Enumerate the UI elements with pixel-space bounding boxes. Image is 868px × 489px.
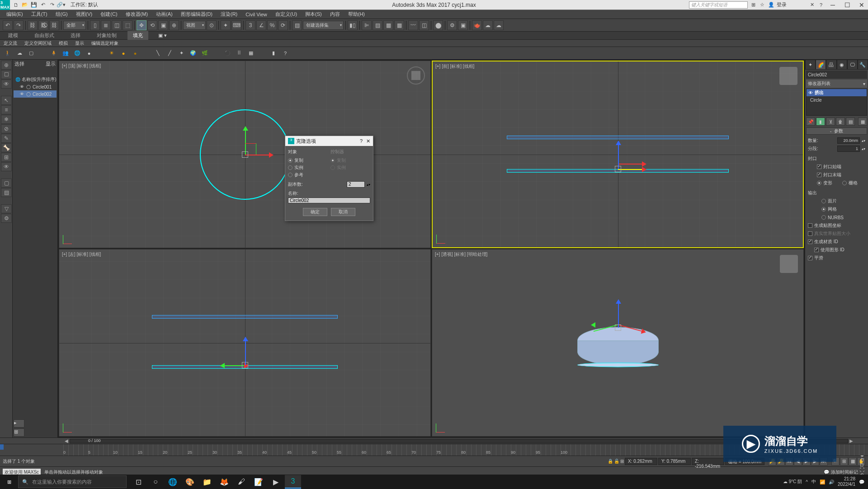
gen-mapping-checkbox[interactable] [808, 223, 812, 228]
material-editor-button[interactable]: ⬤ [433, 20, 443, 30]
menu-animation[interactable]: 动画(A) [152, 10, 176, 19]
tray-net-icon[interactable]: 📶 [820, 480, 825, 484]
mirror-button[interactable]: ▮▯ [348, 20, 358, 30]
curve-editor-button[interactable]: 〰 [408, 20, 418, 30]
subtab-edit[interactable]: 编辑选定对象 [91, 40, 118, 47]
lt-magnet-icon[interactable]: ⊕ [1, 61, 12, 70]
dialog-close-button[interactable]: ✕ [366, 138, 370, 144]
move-gizmo[interactable] [218, 127, 272, 182]
stack-extrude[interactable]: 👁挤出 [807, 89, 867, 96]
keyboard-button[interactable]: ⌨ [231, 20, 241, 30]
dialog-titlebar[interactable]: 3 克隆选项 ? ✕ [285, 136, 373, 146]
schematic-button[interactable]: ◫ [419, 20, 429, 30]
coord-x[interactable]: X: 0.262mm [625, 458, 657, 465]
comm-icon[interactable]: 💬 [824, 470, 829, 475]
placement-button[interactable]: ⊕ [169, 20, 179, 30]
coord-z[interactable]: Z: -216.543mm [692, 458, 724, 465]
patch-radio[interactable] [821, 199, 826, 203]
help-search[interactable]: 键入关键字或短语 [689, 1, 748, 9]
manipulate-button[interactable]: ✦ [221, 20, 231, 30]
paint-app[interactable]: 🎨 [182, 475, 198, 489]
nurbs-radio[interactable] [821, 215, 826, 220]
dialog-help-button[interactable]: ? [360, 138, 363, 144]
viewport-persp-label[interactable]: [+] [透视] [标准] [明暗处理] [435, 251, 487, 258]
show-result-button[interactable]: ▮ [816, 118, 825, 126]
orb1-icon[interactable]: ● [118, 48, 128, 58]
subtab-flow[interactable]: 定义流 [4, 40, 17, 47]
viewport-front[interactable]: [+] [前] [标准] [线框] [432, 61, 804, 248]
align-button[interactable]: ⊫ [362, 20, 372, 30]
ok-button[interactable]: 确定 [303, 208, 327, 216]
menu-help[interactable]: 帮助(H) [344, 10, 368, 19]
explorer-app[interactable]: 📁 [199, 475, 215, 489]
create-tab[interactable]: ✦ [805, 60, 816, 70]
taskbar-clock[interactable]: 21:28 2022/4/1 [838, 476, 855, 487]
pivot-button[interactable]: ⊙ [207, 20, 217, 30]
percent-snap-button[interactable]: % [267, 20, 277, 30]
app-logo[interactable]: 3MAX [0, 0, 10, 10]
timeline-head[interactable] [0, 444, 4, 450]
layout-icon[interactable]: ⊞ [14, 428, 24, 437]
frame-icon[interactable]: ▦ [246, 48, 256, 58]
open-icon[interactable]: 📂 [21, 1, 29, 9]
amount-spinner[interactable]: 20.0mm [837, 137, 860, 144]
smooth-checkbox[interactable] [808, 256, 812, 260]
modify-tab[interactable]: 🌈 [816, 60, 826, 70]
help2-icon[interactable]: ? [280, 48, 290, 58]
weather-widget[interactable]: ☁ 9°C 阴 [783, 479, 802, 485]
config-button[interactable]: ▤ [846, 118, 855, 126]
workspace-selector[interactable]: 工作区: 默认 [71, 1, 98, 8]
help-icon[interactable]: ? [817, 1, 825, 9]
star-icon[interactable]: ☆ [759, 1, 766, 9]
menu-content[interactable]: 内容 [326, 10, 344, 19]
remove-mod-button[interactable]: 🗑 [836, 118, 845, 126]
set-button[interactable]: ▦ [858, 118, 867, 126]
se-sort-header[interactable]: 🌐 名称(按升序排序) [14, 76, 57, 83]
nav-zoomext-button[interactable]: ⛶ [860, 467, 865, 472]
viewport-top[interactable]: [+] [顶] [标准] [线框] [59, 61, 431, 248]
ribbon-tab-objpaint[interactable]: 对象绘制 [91, 31, 122, 40]
tray-ime-icon[interactable]: 中 [811, 479, 816, 485]
hierarchy-tab[interactable]: 品 [826, 60, 836, 70]
user-icon[interactable]: 👤 [768, 1, 775, 9]
close-button[interactable]: ✕ [855, 0, 868, 9]
dots-icon[interactable]: ⠿ [234, 48, 244, 58]
lt-bone-icon[interactable]: 🦴 [1, 143, 12, 152]
couple-icon[interactable]: 👥 [61, 48, 71, 58]
motion-tab[interactable]: ◉ [837, 60, 847, 70]
select-window-button[interactable]: ⬚ [123, 20, 132, 30]
cortana-button[interactable]: ○ [147, 475, 164, 489]
redo-button[interactable]: ↷ [14, 20, 24, 30]
menu-edit[interactable]: 编辑(E) [3, 10, 27, 19]
viewcube[interactable] [780, 255, 798, 273]
ribbon-tab-populate[interactable]: 填充 [127, 31, 148, 40]
notifications-icon[interactable]: 💬 [859, 480, 864, 484]
object-name-field[interactable]: Circle002 [806, 71, 867, 79]
modifier-list[interactable]: 修改器列表 [806, 80, 867, 88]
app1[interactable]: ▶ [268, 475, 284, 489]
move-gizmo[interactable] [591, 142, 645, 196]
bind-button[interactable]: ⛓ [49, 20, 59, 30]
tray-chevron-icon[interactable]: ^ [806, 480, 808, 484]
login-link[interactable]: 登录 [777, 1, 787, 8]
square-icon[interactable]: ▢ [26, 48, 36, 58]
viewcube[interactable] [779, 67, 797, 85]
selection-filter[interactable]: 全部 [63, 21, 86, 30]
menu-civil-view[interactable]: Civil View [242, 11, 270, 18]
lt-freeze-icon[interactable]: ❄ [1, 115, 12, 124]
grid-radio[interactable] [842, 181, 847, 185]
ribbon-button[interactable]: ▦ [394, 20, 404, 30]
subtab-display[interactable]: 显示 [75, 40, 84, 47]
person2-icon[interactable]: 🧍 [49, 48, 59, 58]
viewport-top-label[interactable]: [+] [顶] [标准] [线框] [62, 63, 101, 69]
se-node-circle002[interactable]: 👁 ◯ Circle002 [14, 90, 57, 98]
menu-customize[interactable]: 自定义(U) [272, 10, 301, 19]
lt-hide-icon[interactable]: ⊘ [1, 124, 12, 133]
menu-group[interactable]: 组(G) [52, 10, 71, 19]
ref-coord-system[interactable]: 视图 [183, 21, 206, 30]
se-node-circle001[interactable]: 👁 ◯ Circle001 [14, 83, 57, 90]
viewport-left[interactable]: [+] [左] [标准] [线框] [59, 249, 431, 437]
lt-display-icon[interactable]: 👁 [1, 80, 12, 89]
ribbon-tab-freeform[interactable]: 自由形式 [29, 31, 60, 40]
exchange-icon[interactable]: ✕ [808, 1, 816, 9]
